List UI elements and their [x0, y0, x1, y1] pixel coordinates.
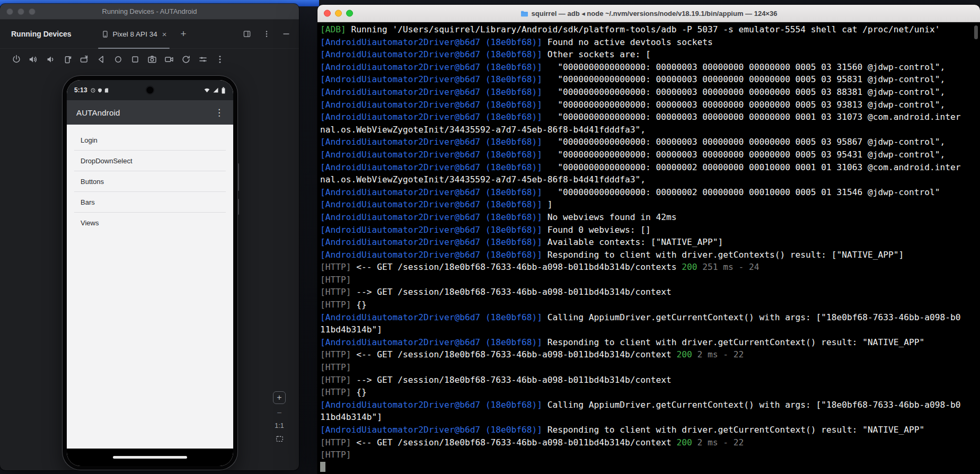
app-overflow-menu-icon[interactable]: ⋮	[215, 107, 224, 118]
terminal-scrollbar[interactable]	[974, 25, 978, 39]
menu-item-dropdownselect[interactable]: DropDownSelect	[74, 151, 226, 171]
screenshot-icon[interactable]	[147, 54, 157, 65]
fit-to-window-icon[interactable]	[275, 434, 284, 443]
terminal-title-text: squirrel — adb ◂ node ~/.nvm/versions/no…	[532, 10, 778, 17]
device-status-bar: 5:13	[67, 80, 233, 100]
terminal-line: [HTTP]	[320, 361, 980, 374]
terminal-line: [AndroidUiautomator2Driver@b6d7 (18e0bf6…	[320, 99, 980, 111]
terminal-line: [AndroidUiautomator2Driver@b6d7 (18e0bf6…	[320, 61, 980, 74]
menu-item-buttons[interactable]: Buttons	[74, 171, 226, 192]
overflow-icon[interactable]	[215, 54, 225, 65]
menu-item-label: Views	[81, 219, 99, 227]
hide-panel-icon[interactable]	[282, 30, 290, 38]
menu-item-label: Buttons	[81, 178, 104, 186]
running-devices-titlebar: Running Devices - AUTAndroid	[0, 4, 299, 20]
zoom-in-button[interactable]: +	[273, 391, 286, 404]
terminal-line: [AndroidUiautomator2Driver@b6d7 (18e0bf6…	[320, 311, 980, 324]
device-toolbar	[0, 49, 299, 70]
gesture-nav-bar	[67, 449, 233, 466]
terminal-line: [AndroidUiautomator2Driver@b6d7 (18e0bf6…	[320, 336, 980, 349]
snapshot-icon[interactable]	[181, 54, 191, 65]
volume-hardware-button	[237, 163, 239, 191]
running-devices-window: Running Devices - AUTAndroid Running Dev…	[0, 4, 299, 470]
panel-title: Running Devices	[11, 30, 72, 38]
device-screen[interactable]: 5:13 AUTAndroid ⋮	[67, 80, 233, 466]
device-frame: 5:13 AUTAndroid ⋮	[63, 76, 237, 470]
power-hardware-button	[237, 199, 239, 215]
battery-icon	[221, 87, 226, 94]
power-icon[interactable]	[11, 54, 22, 65]
terminal-title: squirrel — adb ◂ node ~/.nvm/versions/no…	[520, 10, 778, 17]
dock-window-icon[interactable]	[243, 30, 251, 38]
close-window-button[interactable]	[324, 10, 331, 17]
new-tab-button[interactable]: +	[180, 28, 186, 40]
app-top-bar: AUTAndroid ⋮	[67, 100, 233, 125]
shield-notification-icon	[98, 88, 102, 93]
status-notification-icons	[91, 88, 109, 93]
terminal-lines: [ADB] Running '/Users/squirrel/Library/A…	[317, 22, 980, 473]
menu-item-bars[interactable]: Bars	[74, 192, 226, 213]
signal-icon	[213, 87, 219, 93]
menu-item-label: Bars	[81, 198, 95, 206]
terminal-line: [AndroidUiautomator2Driver@b6d7 (18e0bf6…	[320, 211, 980, 224]
volume-down-icon[interactable]	[45, 54, 56, 65]
more-options-icon[interactable]	[262, 30, 271, 38]
close-window-button[interactable]	[6, 8, 13, 15]
terminal-line: [AndroidUiautomator2Driver@b6d7 (18e0bf6…	[320, 424, 980, 436]
zoom-window-button[interactable]	[29, 8, 36, 15]
tab-label: Pixel 8 API 34	[113, 30, 157, 38]
terminal-line: nal.os.WebViewZygoteInit/34435592-a7d7-4…	[320, 124, 980, 136]
volume-up-icon[interactable]	[28, 54, 39, 65]
terminal-line: [HTTP] {}	[320, 299, 980, 311]
terminal-line: [AndroidUiautomator2Driver@b6d7 (18e0bf6…	[320, 186, 980, 199]
screen-record-icon[interactable]	[164, 54, 174, 65]
terminal-body[interactable]: [ADB] Running '/Users/squirrel/Library/A…	[317, 22, 980, 474]
status-system-icons	[204, 87, 226, 94]
menu-item-label: Login	[81, 136, 98, 144]
home-icon[interactable]	[113, 54, 123, 65]
clock-notification-icon	[91, 88, 95, 93]
zoom-controls: + − 1:1	[271, 391, 288, 443]
terminal-line: [HTTP]	[320, 274, 980, 286]
tab-close-icon[interactable]: ×	[162, 30, 167, 39]
terminal-line: [AndroidUiautomator2Driver@b6d7 (18e0bf6…	[320, 111, 980, 124]
terminal-line: [HTTP] <-- GET /session/18e0bf68-7633-46…	[320, 348, 980, 361]
device-phone-icon	[101, 30, 109, 38]
terminal-line: [HTTP] <-- GET /session/18e0bf68-7633-46…	[320, 436, 980, 449]
minimize-window-button[interactable]	[335, 10, 342, 17]
terminal-line: [HTTP] <-- GET /session/18e0bf68-7633-46…	[320, 261, 980, 274]
minimize-window-button[interactable]	[17, 8, 24, 15]
back-icon[interactable]	[96, 54, 107, 65]
gesture-pill[interactable]	[113, 456, 187, 459]
tab-strip-actions	[243, 30, 299, 38]
terminal-line: [AndroidUiautomator2Driver@b6d7 (18e0bf6…	[320, 224, 980, 236]
menu-item-views[interactable]: Views	[74, 213, 226, 233]
camera-punch-hole	[147, 87, 154, 94]
terminal-line: [AndroidUiautomator2Driver@b6d7 (18e0bf6…	[320, 36, 980, 49]
menu-item-label: DropDownSelect	[81, 157, 133, 165]
zoom-window-button[interactable]	[346, 10, 353, 17]
desktop-background: Running Devices - AUTAndroid Running Dev…	[0, 0, 980, 474]
window-title: Running Devices - AUTAndroid	[0, 7, 299, 15]
folder-proxy-icon	[520, 10, 528, 17]
menu-item-login[interactable]: Login	[74, 130, 226, 151]
rotate-left-icon[interactable]	[62, 54, 73, 65]
terminal-window: squirrel — adb ◂ node ~/.nvm/versions/no…	[317, 5, 980, 474]
rotate-right-icon[interactable]	[79, 54, 90, 65]
device-settings-icon[interactable]	[198, 54, 208, 65]
zoom-out-button[interactable]: −	[277, 409, 281, 417]
terminal-line: [AndroidUiautomator2Driver@b6d7 (18e0bf6…	[320, 136, 980, 148]
terminal-line: 11bd4b314b"]	[320, 411, 980, 424]
terminal-line: [AndroidUiautomator2Driver@b6d7 (18e0bf6…	[320, 48, 980, 61]
overview-icon[interactable]	[130, 54, 140, 65]
sim-notification-icon	[104, 88, 109, 93]
terminal-line: [ADB] Running '/Users/squirrel/Library/A…	[320, 23, 980, 36]
zoom-ratio-label: 1:1	[275, 422, 284, 429]
app-title: AUTAndroid	[76, 108, 120, 117]
terminal-line: [AndroidUiautomator2Driver@b6d7 (18e0bf6…	[320, 236, 980, 249]
terminal-line: [AndroidUiautomator2Driver@b6d7 (18e0bf6…	[320, 148, 980, 161]
wifi-icon	[204, 87, 210, 93]
terminal-titlebar: squirrel — adb ◂ node ~/.nvm/versions/no…	[317, 5, 980, 22]
terminal-line: [AndroidUiautomator2Driver@b6d7 (18e0bf6…	[320, 161, 980, 174]
tab-pixel-8-api-34[interactable]: Pixel 8 API 34 ×	[95, 20, 173, 48]
